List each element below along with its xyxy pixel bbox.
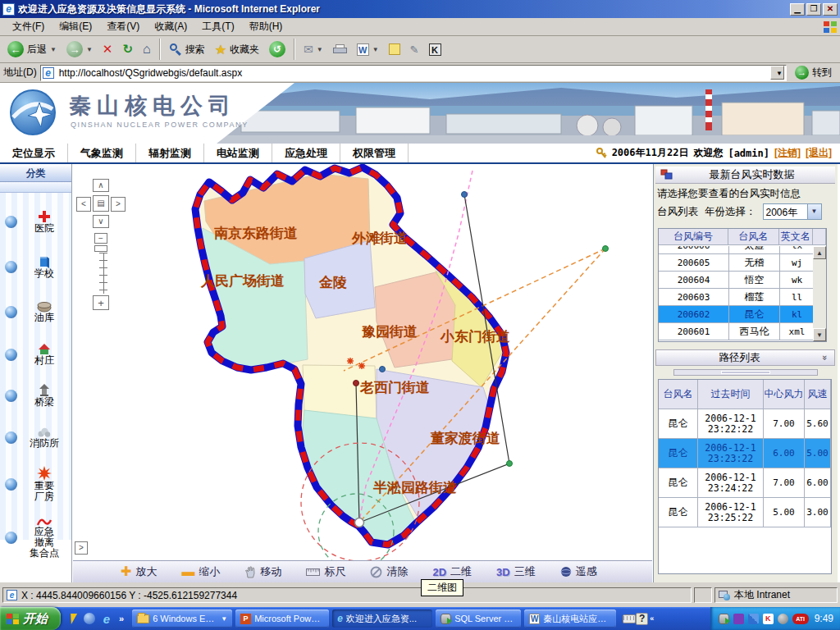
go-button[interactable]: → 转到 [790,65,837,80]
pan-left-button[interactable]: < [76,197,91,212]
print-button[interactable] [329,38,351,61]
track-point-red[interactable] [354,381,359,386]
path-list-bar[interactable]: 路径列表 » [655,349,835,366]
pan-right-button[interactable]: > [111,197,126,212]
sidebar-item-key-plant[interactable]: 重要 厂房 [0,459,71,509]
pan-down-button[interactable]: ∨ [93,215,109,228]
tray-sql-icon[interactable] [719,614,729,624]
tab-plant-monitor[interactable]: 电站监测 [204,144,272,162]
table-row[interactable]: 200601 西马伦 xml [659,323,815,340]
map-zoom-out-button[interactable]: ▬ 缩小 [181,564,220,579]
track-point-blue[interactable] [462,192,468,198]
group-dropdown-icon[interactable]: ▼ [221,615,227,623]
typhoon-position-marker[interactable] [355,518,364,527]
maximize-button[interactable]: ❐ [806,3,821,16]
menu-help[interactable]: 帮助(H) [242,18,290,35]
table-scrollbar[interactable]: ▲ ▼ [813,246,826,341]
minimize-button[interactable]: ▁ [790,3,805,16]
sidebar-item-fire-station[interactable]: 消防所 [0,416,71,459]
collapse-chevron-icon[interactable]: » [820,355,830,360]
track-point-green[interactable] [603,246,609,252]
table-row[interactable]: 200605 无稽 wj [659,254,815,272]
table-row[interactable]: 昆仑 2006-12-1 23:24:22 7.00 6.00 [659,468,831,498]
tray-purple-app-icon[interactable] [733,614,744,624]
scroll-down-button[interactable]: ▼ [813,328,826,341]
quicklaunch-overflow-chevron[interactable]: » [117,614,126,623]
search-button[interactable]: 搜索 [165,38,209,61]
sidebar-item-bridge[interactable]: 桥梁 [0,375,71,416]
exit-link[interactable]: [退出] [806,146,832,160]
tab-positioning[interactable]: 定位显示 [0,144,68,162]
home-button[interactable]: ⌂ [139,38,155,61]
taskbar-button-ie-active[interactable]: e 欢迎进入应急资... [332,609,432,628]
map-2d-button[interactable]: 2D 二维 [432,564,472,579]
table-row[interactable]: 昆仑 2006-12-1 23:22:22 7.00 5.60 [659,409,831,439]
map-center-button[interactable]: ▤ [93,195,109,212]
back-button[interactable]: ← 后退 ▼ [3,38,61,61]
language-keyboard-icon[interactable] [623,612,636,625]
sidebar-item-school[interactable]: 学校 [0,244,71,290]
edit-word-button[interactable]: W ▼ [353,38,383,61]
quicklaunch-ie-icon[interactable]: e [100,612,113,625]
table-row[interactable]: 200604 悟空 wk [659,272,815,289]
menu-favorites[interactable]: 收藏(A) [147,18,194,35]
track-point-blue[interactable] [380,367,386,372]
refresh-button[interactable]: ↻ [118,38,137,61]
address-input[interactable] [57,66,767,80]
zoom-slider-track[interactable] [98,253,109,294]
map-canvas[interactable]: 南京东路街道 外滩街道 人民广场街道 金陵 豫园街道 小东门街道 老西门街道 董… [73,164,652,560]
zoom-slider-thumb[interactable] [94,245,107,252]
tray-antivirus-k-icon[interactable]: K [763,614,774,624]
help-tray-icon[interactable]: ? [636,613,648,625]
map-ruler-button[interactable]: 标尺 [306,564,345,579]
table-row[interactable]: 200606 太虚 tx [659,246,815,254]
stop-button[interactable]: ✕ [98,38,117,61]
tab-weather[interactable]: 气象监测 [68,144,136,162]
taskbar-button-powerpoint[interactable]: P Microsoft PowerP... [235,609,329,628]
tray-ati-icon[interactable]: ATI [792,614,809,624]
gis-map[interactable]: 南京东路街道 外滩街道 人民广场街道 金陵 豫园街道 小东门街道 老西门街道 董… [73,164,652,560]
map-remote-sensing-button[interactable]: 遥感 [560,564,597,579]
forward-button[interactable]: → ▼ [62,38,97,61]
mail-dropdown-icon[interactable]: ▼ [317,46,323,53]
address-dropdown-button[interactable]: ▼ [770,66,784,80]
back-dropdown-icon[interactable]: ▼ [50,46,57,53]
menu-view[interactable]: 查看(V) [99,18,147,35]
messenger-button[interactable] [385,38,404,61]
favorites-button[interactable]: ★ 收藏夹 [211,38,263,61]
tray-grid-app-icon[interactable] [748,614,759,624]
start-button[interactable]: 开始 [0,607,61,630]
tray-gray-app-icon[interactable] [778,614,788,624]
forward-dropdown-icon[interactable]: ▼ [86,46,93,53]
map-3d-button[interactable]: 3D 三维 [496,564,536,579]
map-pan-button[interactable]: 移动 [244,564,281,579]
track-point-green[interactable] [507,461,513,467]
zoom-in-step-button[interactable]: + [93,295,109,310]
menu-edit[interactable]: 编辑(E) [52,18,99,35]
pan-up-button[interactable]: ∧ [93,179,109,192]
logout-link[interactable]: [注销] [774,146,801,160]
menu-file[interactable]: 文件(F) [5,18,52,35]
tray-collapse-icon[interactable]: « [648,614,655,623]
sidebar-item-village[interactable]: 村庄 [0,334,71,375]
edit-pen-button[interactable]: ✎ [406,38,423,61]
edit-dropdown-icon[interactable]: ▼ [372,46,379,53]
sidebar-item-oil-depot[interactable]: 油库 [0,290,71,334]
table-row-selected[interactable]: 昆仑 2006-12-1 23:23:22 6.00 5.00 [659,439,831,468]
taskbar-button-explorer-group[interactable]: 6 Windows Expl... ▼ [132,609,232,628]
scroll-up-button[interactable]: ▲ [813,246,826,259]
tab-permissions[interactable]: 权限管理 [340,144,409,162]
mail-button[interactable]: ✉ ▼ [299,38,327,61]
sidebar-item-hospital[interactable]: 医院 [0,199,71,244]
menu-tools[interactable]: 工具(T) [194,18,241,35]
sidebar-item-assembly-point[interactable]: 应急 撤离 集合点 [0,509,71,565]
zoom-out-step-button[interactable]: − [94,233,107,244]
history-button[interactable]: ↺ [265,38,290,61]
taskbar-button-word-doc[interactable]: W 秦山核电站应急... [524,609,616,628]
k-plugin-button[interactable]: K [425,38,445,61]
quicklaunch-app-icon[interactable] [83,612,96,625]
table-row[interactable]: 200603 榴莲 ll [659,289,815,306]
tab-emergency[interactable]: 应急处理 [272,144,340,162]
tab-radiation[interactable]: 辐射监测 [136,144,204,162]
year-select[interactable]: 2006年 ▼ [763,203,822,220]
